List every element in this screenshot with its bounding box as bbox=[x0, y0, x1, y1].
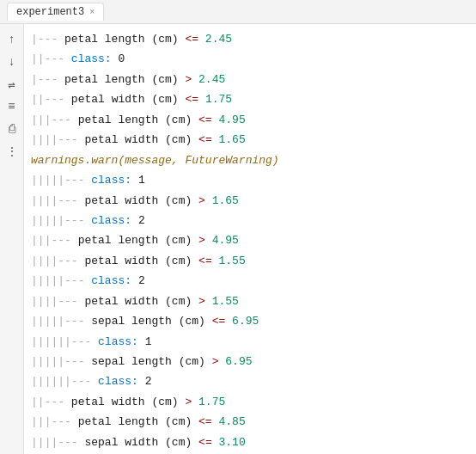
tree-line: | |--- petal width (cm) > 1.75 bbox=[31, 392, 476, 412]
sidebar-icon-print[interactable]: ⎙ bbox=[3, 120, 21, 138]
tree-line: | | | |--- petal width (cm) > 1.65 bbox=[31, 191, 476, 211]
tree-line: | | | | |--- class: 2 bbox=[31, 211, 476, 230]
tab-label: experiment3 bbox=[16, 6, 84, 18]
sidebar: ↑ ↓ ⇌ ≡ ⎙ ⋮ bbox=[0, 24, 24, 454]
sidebar-icon-menu[interactable]: ≡ bbox=[3, 98, 21, 115]
tree-line: | | | |--- petal width (cm) <= 1.65 bbox=[31, 130, 476, 150]
tree-line: | | | | |--- class: 2 bbox=[31, 271, 476, 291]
tree-line: |--- petal length (cm) <= 2.45 bbox=[31, 29, 476, 49]
tree-line: | |--- class: 0 bbox=[31, 49, 476, 69]
tree-line: | | |--- petal length (cm) <= 4.85 bbox=[31, 412, 476, 432]
tree-line: warnings.warn(message, FutureWarning) bbox=[31, 150, 476, 170]
tab[interactable]: experiment3 × bbox=[7, 3, 104, 21]
close-icon[interactable]: × bbox=[89, 8, 95, 17]
content-area: |--- petal length (cm) <= 2.45| |--- cla… bbox=[24, 24, 476, 454]
tree-line: | | | | | |--- class: 1 bbox=[31, 332, 476, 352]
tree-line: | | | | |--- sepal length (cm) <= 6.95 bbox=[31, 311, 476, 331]
tree-line: | | |--- petal length (cm) <= 4.95 bbox=[31, 110, 476, 130]
tree-line: | | | |--- sepal width (cm) <= 3.10 bbox=[31, 433, 476, 452]
sidebar-icon-up[interactable]: ↑ bbox=[3, 31, 21, 48]
tree-line: | |--- petal width (cm) <= 1.75 bbox=[31, 89, 476, 109]
tree-line: | | | | | |--- class: 2 bbox=[31, 371, 476, 391]
tree-line: |--- petal length (cm) > 2.45 bbox=[31, 70, 476, 89]
sidebar-icon-down[interactable]: ↓ bbox=[3, 53, 21, 71]
tree-line: | | | |--- petal width (cm) > 1.55 bbox=[31, 291, 476, 311]
title-bar: experiment3 × bbox=[0, 0, 476, 24]
tree-line: | | | | |--- sepal length (cm) > 6.95 bbox=[31, 352, 476, 371]
tree-line: | | | |--- petal width (cm) <= 1.55 bbox=[31, 251, 476, 271]
tree-line: | | |--- petal length (cm) > 4.95 bbox=[31, 230, 476, 250]
sidebar-icon-more[interactable]: ⋮ bbox=[3, 143, 21, 160]
tree-line: | | | | |--- class: 1 bbox=[31, 170, 476, 190]
sidebar-icon-swap[interactable]: ⇌ bbox=[3, 76, 21, 93]
